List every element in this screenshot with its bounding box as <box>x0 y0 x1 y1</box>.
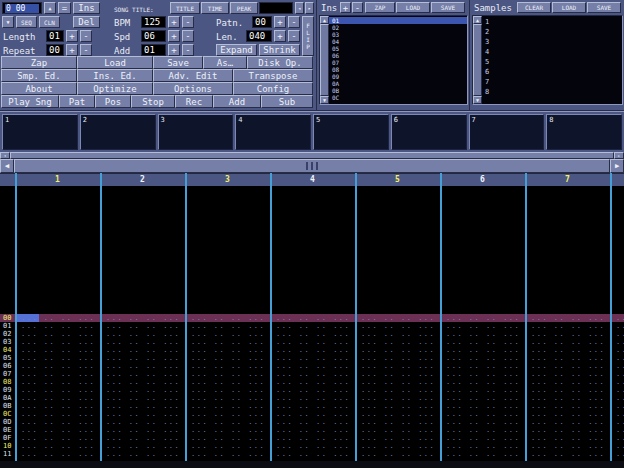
menu-button[interactable]: Pat <box>59 95 95 108</box>
pattern-cell[interactable]: ... .. .. ... <box>270 402 355 410</box>
pattern-cell[interactable]: ... .. .. ... <box>15 346 100 354</box>
menu-button[interactable]: Ins. Ed. <box>77 69 153 82</box>
channel-header-number[interactable]: 2 <box>100 174 185 186</box>
flip-button[interactable]: FLIP <box>302 16 314 56</box>
pattern-cell[interactable]: ... .. .. ... <box>100 362 185 370</box>
pattern-cell[interactable]: ... .. .. ... <box>355 370 440 378</box>
pattern-cell[interactable]: ... .. .. ... <box>610 426 624 434</box>
pattern-cell[interactable]: ... .. .. ... <box>15 442 100 450</box>
pattern-cell[interactable]: ... .. .. ... <box>525 362 610 370</box>
ins-list-item[interactable]: 0B <box>329 87 467 94</box>
pattern-cell[interactable]: ... .. .. ... <box>440 450 525 458</box>
pattern-cell[interactable]: ... .. .. ... <box>15 378 100 386</box>
bpm-plus-button[interactable]: + <box>168 16 180 28</box>
pattern-cell[interactable]: ... .. .. ... <box>440 322 525 330</box>
pattern-cell[interactable]: ... .. .. ... <box>610 442 624 450</box>
pattern-row[interactable]: 03... .. .. ...... .. .. ...... .. .. ..… <box>0 338 624 346</box>
pattern-cell[interactable]: ... .. .. ... <box>100 346 185 354</box>
pattern-row[interactable]: 0F... .. .. ...... .. .. ...... .. .. ..… <box>0 434 624 442</box>
ins-minus-button[interactable]: - <box>352 2 363 13</box>
ins-list-item[interactable]: 03 <box>329 31 467 38</box>
scroll-left-icon[interactable]: ◂ <box>0 152 10 159</box>
pattern-cell[interactable]: ... .. .. ... <box>610 362 624 370</box>
pattern-cell[interactable]: ... .. .. ... <box>15 370 100 378</box>
sample-list-item[interactable]: 7 <box>482 77 622 87</box>
pattern-cell[interactable]: ... .. .. ... <box>355 378 440 386</box>
sample-list-item[interactable]: 4 <box>482 47 622 57</box>
pattern-cell[interactable]: ... .. .. ... <box>185 442 270 450</box>
pattern-cell[interactable]: ... .. .. ... <box>355 410 440 418</box>
scroll-up-icon[interactable]: ▲ <box>473 16 482 24</box>
pattern-cell[interactable]: ... .. .. ... <box>270 346 355 354</box>
pattern-cell[interactable]: ... .. .. ... <box>525 402 610 410</box>
menu-button[interactable]: Options <box>153 82 233 95</box>
pattern-cell[interactable]: ... .. .. ... <box>15 354 100 362</box>
repeat-minus-button[interactable]: - <box>80 44 92 56</box>
ins-save-button[interactable]: SAVE <box>431 2 465 13</box>
pattern-cell[interactable]: ... .. .. ... <box>270 378 355 386</box>
sample-list-item[interactable]: 2 <box>482 27 622 37</box>
pattern-cell[interactable]: ... .. .. ... <box>610 354 624 362</box>
scroll-right-icon[interactable]: ▶ <box>610 159 624 173</box>
scroll-up-icon[interactable]: ▲ <box>320 16 329 24</box>
samples-load-button[interactable]: LOAD <box>552 2 586 13</box>
pattern-cell[interactable]: ... .. .. ... <box>610 322 624 330</box>
pattern-row[interactable]: 00... .. .. ...... .. .. ...... .. .. ..… <box>0 314 624 322</box>
ins-list-item[interactable]: 01 <box>329 17 467 24</box>
instrument-slot[interactable]: 6 <box>391 114 467 150</box>
pattern-cell[interactable]: ... .. .. ... <box>610 410 624 418</box>
pattern-cell[interactable]: ... .. .. ... <box>355 362 440 370</box>
repeat-plus-button[interactable]: + <box>66 44 78 56</box>
pattern-cell[interactable]: ... .. .. ... <box>610 434 624 442</box>
pattern-cell[interactable]: ... .. .. ... <box>15 330 100 338</box>
pattern-cell[interactable]: ... .. .. ... <box>270 338 355 346</box>
channel-header-number[interactable]: 1 <box>15 174 100 186</box>
pattern-cell[interactable]: ... .. .. ... <box>440 394 525 402</box>
pattern-cell[interactable]: ... .. .. ... <box>270 330 355 338</box>
position-delete-button[interactable]: Del <box>73 16 100 28</box>
pattern-cell[interactable]: ... .. .. ... <box>185 450 270 458</box>
pattern-cell[interactable]: ... .. .. ... <box>525 354 610 362</box>
instrument-slot[interactable]: 3 <box>158 114 234 150</box>
add-minus-button[interactable]: - <box>182 44 194 56</box>
scroll-down-icon[interactable]: ▼ <box>320 96 329 104</box>
pattern-cell[interactable]: ... .. .. ... <box>355 450 440 458</box>
menu-button[interactable]: Adv. Edit <box>153 69 233 82</box>
sample-list-item[interactable]: 1 <box>482 17 622 27</box>
pattern-cell[interactable]: ... .. .. ... <box>185 338 270 346</box>
sample-list-item[interactable]: 8 <box>482 87 622 97</box>
pattern-cell[interactable]: ... .. .. ... <box>525 426 610 434</box>
pattern-cell[interactable]: ... .. .. ... <box>185 322 270 330</box>
pattern-cell[interactable]: ... .. .. ... <box>440 346 525 354</box>
menu-button[interactable]: Load <box>77 56 153 69</box>
pattern-cell[interactable]: ... .. .. ... <box>185 426 270 434</box>
ins-scrollbar-track[interactable] <box>320 24 329 96</box>
pattern-hscrollbar-grip[interactable] <box>14 159 610 173</box>
pattern-row[interactable]: 0C... .. .. ...... .. .. ...... .. .. ..… <box>0 410 624 418</box>
samples-save-button[interactable]: SAVE <box>587 2 621 13</box>
pattern-cell[interactable]: ... .. .. ... <box>15 386 100 394</box>
samples-scrollbar-track[interactable] <box>473 24 482 96</box>
ins-zap-button[interactable]: ZAP <box>365 2 395 13</box>
pattern-cell[interactable]: ... .. .. ... <box>355 322 440 330</box>
pattern-cell[interactable]: ... .. .. ... <box>270 450 355 458</box>
ins-load-button[interactable]: LOAD <box>396 2 430 13</box>
pattern-cell[interactable]: ... .. .. ... <box>440 330 525 338</box>
pattern-cell[interactable]: ... .. .. ... <box>185 386 270 394</box>
pattern-cell[interactable]: ... .. .. ... <box>15 410 100 418</box>
pattern-cell[interactable]: ... .. .. ... <box>525 346 610 354</box>
tab-time[interactable]: TIME <box>201 2 229 14</box>
pattern-cell[interactable]: ... .. .. ... <box>185 394 270 402</box>
pattern-cell[interactable]: ... .. .. ... <box>610 338 624 346</box>
pattern-cell[interactable]: ... .. .. ... <box>525 434 610 442</box>
pattern-cell[interactable]: ... .. .. ... <box>270 370 355 378</box>
instrument-slot[interactable]: 8 <box>546 114 622 150</box>
pattern-cell[interactable]: ... .. .. ... <box>100 434 185 442</box>
instrument-slot[interactable]: 2 <box>80 114 156 150</box>
position-down-button[interactable]: ▼ <box>2 16 14 28</box>
pattern-cell[interactable]: ... .. .. ... <box>440 370 525 378</box>
ins-list-item[interactable]: 0A <box>329 80 467 87</box>
pattern-cell[interactable]: ... .. .. ... <box>610 386 624 394</box>
add-plus-button[interactable]: + <box>168 44 180 56</box>
pattern-cell[interactable]: ... .. .. ... <box>525 378 610 386</box>
